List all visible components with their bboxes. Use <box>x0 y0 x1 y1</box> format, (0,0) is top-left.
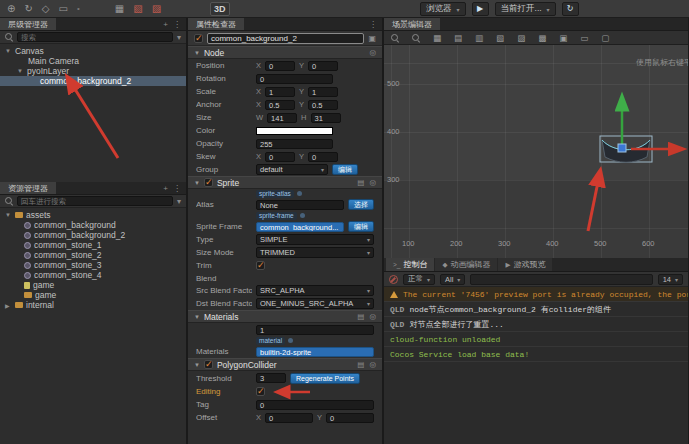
editing-checkbox[interactable] <box>256 387 265 396</box>
asset-item-assets[interactable]: ▼ assets <box>0 210 186 220</box>
asset-item-common-stone-2[interactable]: common_stone_2 <box>0 250 186 260</box>
console-message-warning[interactable]: The current '7456' preview port is alrea… <box>384 287 688 302</box>
asset-item-game-folder[interactable]: game <box>0 290 186 300</box>
material-value-field[interactable]: builtin-2d-sprite <box>256 347 374 357</box>
move-gizmo-handle[interactable] <box>618 144 626 152</box>
menu-icon[interactable]: ⋮ <box>173 184 181 193</box>
menu-icon[interactable]: ⋮ <box>173 20 181 29</box>
asset-item-game-file[interactable]: game <box>0 280 186 290</box>
copy-icon[interactable]: ▤ <box>357 312 364 321</box>
size-h-input[interactable]: 31 <box>311 113 341 123</box>
filter-icon[interactable]: ▾ <box>177 33 181 42</box>
current-open-dropdown[interactable]: 当前打开... ▾ <box>495 2 556 16</box>
anchor-mode-icon[interactable]: • <box>77 4 80 13</box>
zoom-out-icon[interactable] <box>412 34 420 42</box>
add-asset-icon[interactable]: + <box>163 184 168 193</box>
zoom-in-icon[interactable] <box>391 34 399 42</box>
console-message-log[interactable]: QLD node节点common_background_2 有collider的… <box>384 302 688 317</box>
font-size-dropdown[interactable]: 14 ▾ <box>658 274 683 285</box>
play-button[interactable]: ▶ <box>472 2 489 16</box>
tab-game-preview[interactable]: ▶ 游戏预览 <box>498 258 552 271</box>
gear-icon[interactable]: ◎ <box>369 312 376 321</box>
size-mode-dropdown[interactable]: TRIMMED ▾ <box>256 247 374 258</box>
tree-item-canvas[interactable]: ▼ Canvas <box>0 46 186 56</box>
gear-icon[interactable]: ◎ <box>369 178 376 187</box>
tree-item-pyoinlayer[interactable]: ▼ pyoInLayer <box>0 66 186 76</box>
pivot-toggle-icon[interactable]: ▧ <box>133 1 142 17</box>
align-right-icon[interactable]: ▨ <box>517 33 525 43</box>
clear-console-icon[interactable] <box>389 275 398 284</box>
3d-mode-button[interactable]: 3D <box>210 2 230 16</box>
move-tool-icon[interactable]: ⊕ <box>7 1 15 17</box>
expand-arrow-icon[interactable]: ▼ <box>5 212 12 218</box>
refresh-button[interactable]: ↻ <box>562 2 579 16</box>
layout-icon[interactable]: ▦ <box>115 1 124 17</box>
hierarchy-search-input[interactable]: 搜索 <box>17 32 173 42</box>
preview-target-dropdown[interactable]: 浏览器 ▾ <box>420 2 466 16</box>
distribute-v-icon[interactable]: ▣ <box>559 33 567 43</box>
tree-item-common-background-2[interactable]: common_background_2 <box>0 76 186 86</box>
materials-section-header[interactable]: ▼ Materials ▤◎ <box>188 310 382 323</box>
console-message-success[interactable]: Cocos Service load base data! <box>384 347 688 362</box>
dst-blend-dropdown[interactable]: ONE_MINUS_SRC_ALPHA ▾ <box>256 298 374 309</box>
size-w-input[interactable]: 141 <box>267 113 297 123</box>
asset-item-internal[interactable]: ▶ internal <box>0 300 186 310</box>
tab-console[interactable]: >_ 控制台 <box>386 258 434 271</box>
node-name-input[interactable]: common_background_2 <box>207 33 364 44</box>
rotation-input[interactable]: 0 <box>256 74 333 84</box>
collapse-arrow-icon[interactable]: ▶ <box>5 302 12 309</box>
console-message-success[interactable]: cloud-function unloaded <box>384 332 688 347</box>
console-search-input[interactable] <box>470 274 652 285</box>
asset-item-common-stone-3[interactable]: common_stone_3 <box>0 260 186 270</box>
add-node-icon[interactable]: + <box>163 20 168 29</box>
tree-item-main-camera[interactable]: Main Camera <box>0 56 186 66</box>
offset-y-input[interactable]: 0 <box>326 413 374 423</box>
position-x-input[interactable]: 0 <box>265 61 295 71</box>
sprite-section-header[interactable]: ▼ Sprite ▤◎ <box>188 176 382 189</box>
anchor-y-input[interactable]: 0.5 <box>308 100 338 110</box>
grid-icon[interactable]: ▦ <box>433 33 441 43</box>
layout-icon[interactable]: ▤ <box>454 33 462 43</box>
color-swatch[interactable] <box>256 127 333 135</box>
opacity-input[interactable]: 255 <box>256 139 333 149</box>
expand-arrow-icon[interactable]: ▼ <box>5 48 12 54</box>
threshold-input[interactable]: 3 <box>256 373 286 383</box>
sprite-type-dropdown[interactable]: SIMPLE ▾ <box>256 234 374 245</box>
position-y-input[interactable]: 0 <box>308 61 338 71</box>
anchor-x-input[interactable]: 0.5 <box>265 100 295 110</box>
distribute-h-icon[interactable]: ▩ <box>538 33 546 43</box>
console-message-log[interactable]: QLD 对节点全部进行了重置... <box>384 317 688 332</box>
sprite-enabled-checkbox[interactable] <box>204 178 213 187</box>
gear-icon[interactable]: ◎ <box>369 360 376 369</box>
align-center-icon[interactable]: ▧ <box>496 33 504 43</box>
offset-x-input[interactable]: 0 <box>265 413 313 423</box>
asset-item-common-background[interactable]: common_background <box>0 220 186 230</box>
menu-icon[interactable]: ⋮ <box>369 20 377 29</box>
group-dropdown[interactable]: default ▾ <box>256 164 328 175</box>
polygon-collider-section-header[interactable]: ▼ PolygonCollider ▤◎ <box>188 358 382 371</box>
gear-icon[interactable]: ◎ <box>369 48 376 57</box>
scale-y-input[interactable]: 1 <box>308 87 338 97</box>
align-left-icon[interactable]: ▥ <box>475 33 483 43</box>
frame-icon[interactable]: ▭ <box>580 33 588 43</box>
rotate-tool-icon[interactable]: ↻ <box>24 1 32 17</box>
skew-x-input[interactable]: 0 <box>265 152 295 162</box>
src-blend-dropdown[interactable]: SRC_ALPHA ▾ <box>256 285 374 296</box>
materials-count-input[interactable]: 1 <box>256 325 374 335</box>
asset-item-common-stone-4[interactable]: common_stone_4 <box>0 270 186 280</box>
node-menu-icon[interactable]: ▣ <box>368 34 376 43</box>
scale-x-input[interactable]: 1 <box>265 87 295 97</box>
node-active-checkbox[interactable] <box>194 34 203 43</box>
copy-icon[interactable]: ▤ <box>357 360 364 369</box>
rect-tool-icon[interactable]: ▭ <box>58 1 67 17</box>
log-level-dropdown[interactable]: All ▾ <box>440 274 465 285</box>
snap-toggle-icon[interactable]: ▨ <box>152 1 161 17</box>
asset-item-common-stone-1[interactable]: common_stone_1 <box>0 240 186 250</box>
atlas-value-field[interactable]: None <box>256 200 344 210</box>
node-section-header[interactable]: ▼ Node ◎ <box>188 46 382 59</box>
atlas-select-button[interactable]: 选择 <box>348 199 374 210</box>
gizmo-toggle-icon[interactable]: ▢ <box>601 33 609 43</box>
group-edit-button[interactable]: 编辑 <box>332 164 358 175</box>
tab-animation-editor[interactable]: ◆ 动画编辑器 <box>435 258 497 271</box>
trim-checkbox[interactable] <box>256 261 265 270</box>
